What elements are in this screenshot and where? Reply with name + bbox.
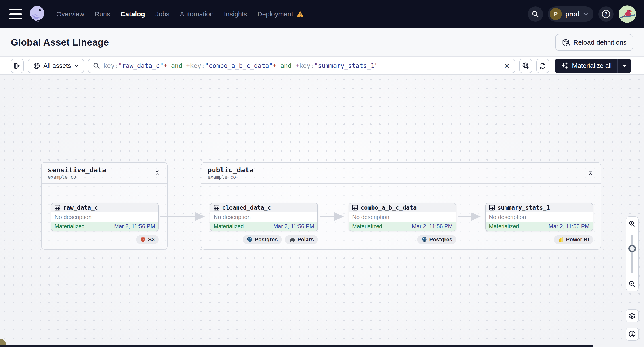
materialize-all-button[interactable]: Materialize all — [554, 58, 618, 73]
warning-icon — [296, 11, 304, 17]
asset-description: No description — [349, 212, 456, 222]
lineage-canvas[interactable]: sensitive_data example_co public_data ex… — [0, 75, 644, 347]
nav-item-jobs[interactable]: Jobs — [155, 10, 170, 18]
globe-plus-icon — [522, 62, 530, 70]
status-badge: Materialized — [214, 223, 244, 230]
user-avatar[interactable] — [618, 5, 636, 23]
deployment-avatar: P — [550, 8, 562, 20]
caret-down-icon — [622, 64, 627, 67]
asset-tags: Postgres Polars — [210, 235, 318, 244]
status-badge: Materialized — [489, 223, 519, 230]
tag-postgres[interactable]: Postgres — [417, 235, 456, 244]
tag-s3[interactable]: S3 — [136, 235, 159, 244]
page-title: Global Asset Lineage — [11, 37, 109, 48]
postgres-icon — [247, 237, 252, 243]
materialization-timestamp: Mar 2, 11:56 PM — [114, 223, 155, 230]
search-icon[interactable] — [528, 6, 543, 22]
zoom-in-button[interactable] — [626, 217, 638, 231]
zoom-controls — [626, 216, 639, 291]
group-header: sensitive_data example_co — [42, 163, 167, 184]
nav-items: Overview Runs Catalog Jobs Automation In… — [56, 10, 304, 18]
nav-item-runs[interactable]: Runs — [94, 10, 110, 18]
text-cursor — [379, 62, 380, 70]
dagster-logo-icon[interactable] — [28, 5, 46, 23]
graph-filters-button[interactable] — [519, 59, 532, 73]
nav-item-insights[interactable]: Insights — [224, 10, 247, 18]
table-icon — [214, 205, 220, 211]
deployment-switcher[interactable]: P prod — [548, 6, 594, 22]
global-asset-lineage-screen: Overview Runs Catalog Jobs Automation In… — [0, 0, 644, 347]
tag-polars[interactable]: Polars — [285, 235, 318, 244]
top-nav: Overview Runs Catalog Jobs Automation In… — [0, 0, 644, 28]
asset-node-header: combo_a_b_c_data — [349, 203, 456, 212]
graph-settings-button[interactable] — [626, 310, 639, 323]
bottom-edge-bar — [0, 345, 592, 347]
zoom-out-icon — [628, 281, 636, 288]
download-graph-button[interactable] — [626, 328, 639, 341]
status-badge: Materialized — [54, 223, 85, 230]
asset-node-summary-stats-1[interactable]: summary_stats_1 No description Materiali… — [485, 203, 593, 231]
zoom-slider-thumb[interactable] — [628, 245, 636, 252]
group-subtitle: example_co — [48, 174, 106, 180]
reload-cube-icon — [562, 38, 570, 46]
tag-label: Postgres — [255, 237, 278, 243]
status-badge: Materialized — [352, 223, 382, 230]
lineage-toolbar: All assets key:"raw_data_c"+ and +key:"c… — [0, 57, 644, 75]
clear-filter-icon[interactable]: ✕ — [504, 59, 510, 72]
tag-label: Postgres — [429, 237, 452, 243]
chevron-down-icon — [583, 12, 588, 16]
asset-node-cleaned-data-c[interactable]: cleaned_data_c No description Materializ… — [210, 203, 318, 231]
group-header: public_data example_co — [201, 163, 601, 184]
gear-icon — [628, 312, 636, 320]
table-icon — [352, 205, 358, 211]
collapse-group-icon[interactable] — [153, 168, 161, 177]
refresh-button[interactable] — [536, 59, 549, 73]
materialization-timestamp: Mar 2, 11:56 PM — [412, 223, 453, 230]
asset-node-combo-a-b-c-data[interactable]: combo_a_b_c_data No description Material… — [348, 203, 456, 231]
zoom-slider[interactable] — [626, 231, 638, 277]
asset-name: raw_data_c — [63, 204, 98, 211]
asset-node-raw-data-c[interactable]: raw_data_c No description Materialized M… — [51, 203, 159, 231]
s3-icon — [140, 237, 146, 243]
materialize-all-split-button: Materialize all — [554, 58, 631, 73]
nav-item-catalog[interactable]: Catalog — [120, 10, 145, 18]
tag-label: Polars — [298, 237, 314, 243]
polars-icon — [289, 237, 295, 242]
asset-scope-label: All assets — [43, 62, 71, 69]
asset-tags: S3 — [51, 235, 159, 244]
asset-node-header: raw_data_c — [52, 203, 158, 212]
reload-definitions-button[interactable]: Reload definitions — [555, 34, 634, 51]
sparkles-icon — [560, 62, 568, 70]
group-subtitle: example_co — [208, 174, 254, 180]
asset-scope-dropdown[interactable]: All assets — [28, 59, 84, 73]
asset-filter-input[interactable]: key:"raw_data_c"+ and +key:"combo_a_b_c_… — [88, 59, 515, 73]
svg-text:?: ? — [604, 11, 608, 17]
asset-name: combo_a_b_c_data — [361, 204, 416, 211]
tag-power-bi[interactable]: Power BI — [554, 235, 593, 244]
collapse-group-icon[interactable] — [586, 168, 595, 177]
asset-status-row: Materialized Mar 2, 11:56 PM — [210, 222, 317, 231]
reload-definitions-label: Reload definitions — [574, 39, 627, 46]
asset-node-header: summary_stats_1 — [486, 203, 592, 212]
help-icon[interactable]: ? — [598, 6, 614, 22]
nav-item-deployment[interactable]: Deployment — [258, 10, 304, 18]
zoom-out-button[interactable] — [626, 277, 638, 291]
nav-item-overview[interactable]: Overview — [56, 10, 84, 18]
refresh-icon — [539, 62, 546, 70]
materialize-options-button[interactable] — [618, 58, 631, 73]
postgres-icon — [421, 237, 427, 243]
page-header: Global Asset Lineage Reload definitions — [0, 28, 644, 57]
nav-item-automation[interactable]: Automation — [180, 10, 214, 18]
open-panel-button[interactable] — [11, 59, 24, 73]
tag-label: Power BI — [566, 237, 589, 243]
asset-node-header: cleaned_data_c — [210, 203, 317, 212]
materialization-timestamp: Mar 2, 11:56 PM — [273, 223, 314, 230]
table-icon — [54, 205, 60, 211]
deployment-name: prod — [565, 10, 580, 18]
asset-description: No description — [486, 212, 592, 222]
menu-icon[interactable] — [10, 9, 22, 19]
tag-postgres[interactable]: Postgres — [243, 235, 282, 244]
panel-expand-icon — [14, 62, 20, 69]
asset-tags: Postgres — [348, 235, 456, 244]
asset-tags: Power BI — [485, 235, 593, 244]
